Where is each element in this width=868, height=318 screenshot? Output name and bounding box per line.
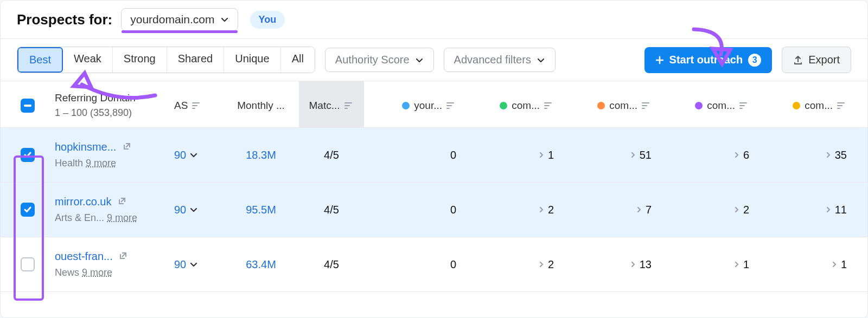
domain-category: News 9 more [55,267,163,278]
table-row: ouest-fran... News 9 more 90 63.4M 4/5 0… [1,237,867,292]
comp-value[interactable]: 2 [462,258,559,271]
comp-value: 0 [364,258,462,271]
comp-value[interactable]: 13 [559,258,657,271]
chevron-right-icon [733,261,740,268]
tab-shared[interactable]: Shared [167,47,225,73]
col-monthly[interactable]: Monthly ... [223,100,299,112]
sort-icon [837,102,847,109]
sort-icon [192,102,202,109]
external-link-icon[interactable] [119,251,127,260]
dot-icon [695,102,703,109]
table-row: mirror.co.uk Arts & En... 9 more 90 95.5… [1,183,867,237]
external-link-icon[interactable] [118,197,126,205]
chevron-right-icon [630,261,636,268]
sort-icon [642,102,652,109]
comp-value[interactable]: 1 [657,258,755,271]
domain-selector-value: yourdomain.com [130,13,214,26]
page-title: Prospects for: [17,11,112,28]
chevron-right-icon [538,152,545,158]
col-comp3[interactable]: com... [657,100,755,112]
category-more[interactable]: 9 more [107,212,137,223]
row-checkbox[interactable] [21,257,35,271]
col-referring-domain[interactable]: Referring Domain 1 – 100 (353,890) [49,92,169,119]
monthly-value: 18.3M [223,149,299,161]
matches-value: 4/5 [299,149,364,161]
col-comp4[interactable]: com... [755,100,852,112]
outreach-count-badge: 3 [748,54,761,67]
you-chip: You [250,11,285,29]
row-checkbox[interactable] [21,203,35,217]
chevron-down-icon [189,260,198,269]
chevron-right-icon [825,206,832,213]
comp-value[interactable]: 2 [462,204,559,216]
chevron-right-icon [825,152,832,158]
col-matches[interactable]: Matc... [299,81,364,127]
chevron-down-icon [220,15,229,24]
chevron-right-icon [538,261,545,268]
tab-best[interactable]: Best [17,47,63,73]
comp-value[interactable]: 1 [755,258,852,271]
chevron-right-icon [831,261,838,268]
sort-icon [344,102,354,109]
monthly-value: 63.4M [223,258,299,271]
domain-category: Arts & En... 9 more [55,212,163,224]
monthly-value: 95.5M [223,204,299,216]
prospect-type-tabs: Best Weak Strong Shared Unique All [17,47,315,73]
as-value[interactable]: 90 [174,258,198,271]
tab-unique[interactable]: Unique [224,47,280,73]
comp-value[interactable]: 7 [559,204,657,216]
table-row: hopkinsme... Health 9 more 90 18.3M 4/5 … [1,128,867,183]
category-more[interactable]: 9 more [86,158,116,168]
col-as[interactable]: AS [169,100,223,112]
upload-icon [793,55,803,65]
domain-link[interactable]: hopkinsme... [55,141,116,153]
as-value[interactable]: 90 [174,204,198,216]
matches-value: 4/5 [299,258,364,271]
domain-selector[interactable]: yourdomain.com [121,8,238,31]
chevron-right-icon [733,206,740,213]
matches-value: 4/5 [299,204,364,216]
category-more[interactable]: 9 more [82,267,112,278]
dot-icon [793,102,800,109]
comp-value: 0 [364,204,462,216]
export-button[interactable]: Export [782,47,851,73]
comp-value[interactable]: 35 [755,149,852,161]
comp-value[interactable]: 6 [657,149,755,161]
tab-all[interactable]: All [281,47,315,73]
comp-value[interactable]: 1 [462,149,559,161]
as-value[interactable]: 90 [174,149,198,161]
tab-weak[interactable]: Weak [63,47,113,73]
chevron-right-icon [538,206,545,213]
chevron-down-icon [189,151,198,159]
comp-value: 0 [364,149,462,161]
domain-category: Health 9 more [55,158,163,169]
chevron-down-icon [537,56,545,64]
domain-link[interactable]: mirror.co.uk [55,196,111,207]
chevron-down-icon [189,205,198,214]
sort-icon [739,102,749,109]
start-outreach-button[interactable]: Start outreach 3 [644,47,773,73]
col-your[interactable]: your... [364,100,462,112]
chevron-right-icon [733,152,740,158]
advanced-filters[interactable]: Advanced filters [444,48,556,72]
sort-icon [544,102,554,109]
chevron-right-icon [630,152,636,158]
authority-score-filter[interactable]: Authority Score [325,48,434,72]
chevron-down-icon [415,56,424,64]
dot-icon [500,102,507,109]
plus-icon [655,56,664,64]
sort-icon [446,102,456,109]
external-link-icon[interactable] [123,142,131,151]
comp-value[interactable]: 2 [657,204,755,216]
dot-icon [402,102,410,109]
comp-value[interactable]: 51 [559,149,657,161]
select-all-checkbox[interactable] [21,99,35,113]
dot-icon [597,102,605,109]
row-checkbox[interactable] [21,148,35,162]
tab-strong[interactable]: Strong [113,47,167,73]
domain-link[interactable]: ouest-fran... [55,250,113,262]
chevron-right-icon [636,206,642,213]
col-comp1[interactable]: com... [462,100,559,112]
col-comp2[interactable]: com... [559,100,657,112]
comp-value[interactable]: 11 [755,204,852,216]
